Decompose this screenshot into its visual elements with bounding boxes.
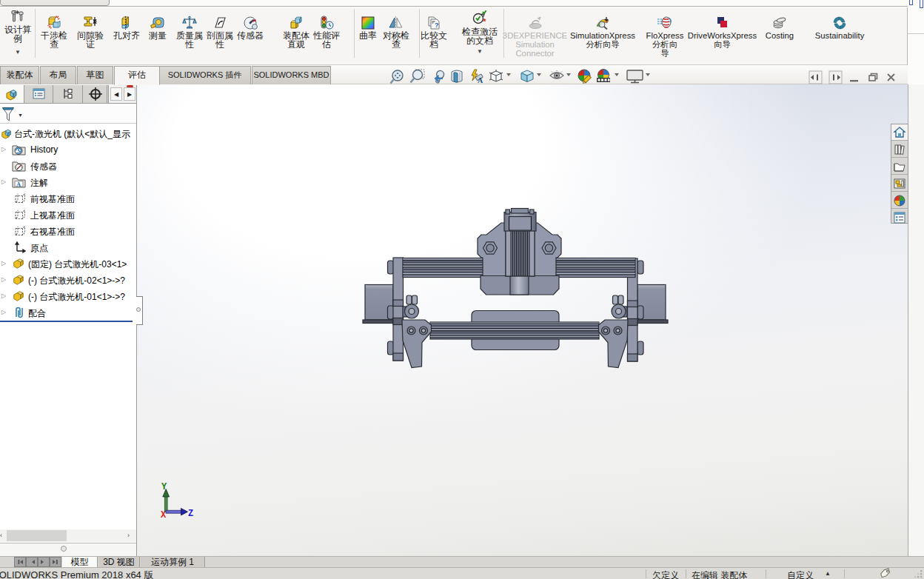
svg-text:A: A — [478, 76, 483, 84]
svg-text:?: ? — [435, 21, 439, 29]
svg-text:A: A — [16, 181, 21, 188]
svg-text:Z: Z — [188, 509, 193, 519]
svg-text:*: * — [483, 18, 486, 26]
